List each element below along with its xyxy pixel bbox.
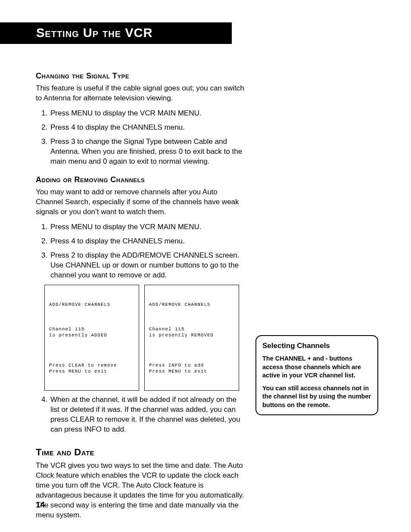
heading-add-remove: Adding or Removing Channels	[36, 174, 245, 185]
steps-add-remove: Press MENU to display the VCR MAIN MENU.…	[36, 222, 245, 280]
steps-add-remove-cont: When at the channel, it will be added if…	[36, 395, 245, 435]
heading-signal-type: Changing the Signal Type	[36, 71, 245, 81]
intro-signal-type: This feature is useful if the cable sign…	[36, 84, 245, 103]
sidebar-title: Selecting Channels	[262, 341, 371, 351]
screen-title: ADD/REMOVE CHANNELS	[49, 302, 134, 308]
intro-add-remove: You may want to add or remove channels a…	[36, 187, 245, 217]
step: Press MENU to display the VCR MAIN MENU.	[50, 109, 245, 118]
heading-time-date: Time and Date	[36, 446, 245, 459]
step: When at the channel, it will be added if…	[50, 395, 245, 435]
main-content: Changing the Signal Type This feature is…	[36, 71, 245, 526]
step: Press 4 to display the CHANNELS menu.	[50, 236, 245, 246]
header-bar: Setting Up the VCR	[0, 22, 232, 44]
sidebar-text: The CHANNEL + and - buttons access those…	[262, 355, 371, 380]
screen-examples: ADD/REMOVE CHANNELS Channel 115 is prese…	[44, 285, 245, 391]
sidebar-text: You can still access channels not in the…	[262, 384, 371, 410]
screen-box-added: ADD/REMOVE CHANNELS Channel 115 is prese…	[44, 285, 139, 391]
screen-footer: Press INFO to add Press MENU to exit	[149, 362, 234, 374]
page-number: 14	[36, 499, 45, 510]
screen-box-removed: ADD/REMOVE CHANNELS Channel 115 is prese…	[144, 285, 239, 391]
steps-signal-type: Press MENU to display the VCR MAIN MENU.…	[36, 109, 245, 167]
sidebar-note: Selecting Channels The CHANNEL + and - b…	[255, 335, 378, 415]
intro-time-date: The VCR gives you two ways to set the ti…	[36, 461, 245, 520]
page: Setting Up the VCR Changing the Signal T…	[0, 0, 411, 532]
screen-title: ADD/REMOVE CHANNELS	[149, 302, 234, 308]
screen-footer: Press CLEAR to remove Press MENU to exit	[49, 362, 134, 374]
step: Press 3 to change the Signal Type betwee…	[50, 137, 245, 167]
step: Press MENU to display the VCR MAIN MENU.	[50, 222, 245, 232]
step: Press 4 to display the CHANNELS menu.	[50, 123, 245, 133]
screen-body: Channel 115 is presently REMOVED	[149, 326, 234, 338]
step: Press 2 to display the ADD/REMOVE CHANNE…	[50, 251, 245, 280]
screen-body: Channel 115 is presently ADDED	[49, 326, 134, 338]
page-title: Setting Up the VCR	[36, 25, 153, 41]
